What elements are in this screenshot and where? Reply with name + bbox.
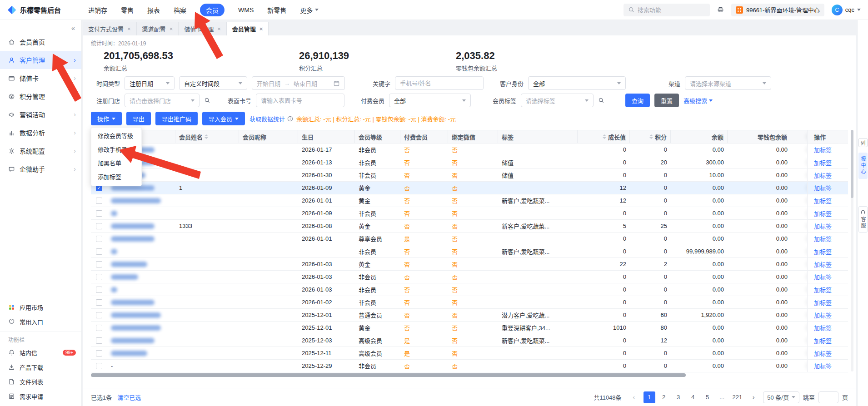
add-tag-link[interactable]: 加标签 — [814, 209, 832, 218]
brand[interactable]: 乐檬零售后台 — [7, 5, 88, 15]
table-row[interactable]: 13332026-01-08黄金否否新客户,爱吃蔬菜...5250.000.00… — [91, 220, 848, 233]
pagination-page-4[interactable]: 4 — [687, 391, 699, 403]
add-tag-link[interactable]: 加标签 — [814, 298, 832, 307]
row-checkbox[interactable] — [96, 299, 102, 306]
row-checkbox[interactable] — [96, 210, 102, 217]
pagination-page-221[interactable]: 221 — [731, 391, 744, 403]
add-tag-link[interactable]: 加标签 — [814, 247, 832, 256]
table-row[interactable]: 2026-01-03非会员否否000.000.00加标签 — [91, 271, 848, 283]
sort-icon[interactable] — [205, 134, 208, 139]
nav-item-wms[interactable]: WMS — [238, 6, 254, 14]
table-row[interactable]: 2026-01-09非会员否否000.000.00加标签 — [91, 207, 848, 220]
tab-close-icon[interactable]: × — [127, 25, 131, 32]
row-checkbox[interactable] — [96, 236, 102, 242]
pagination-page-2[interactable]: 2 — [658, 391, 670, 403]
tab-close-icon[interactable]: × — [259, 25, 263, 32]
identity-select[interactable]: 全部 — [528, 76, 626, 90]
nav-item-member[interactable]: 会员 — [200, 4, 224, 16]
row-checkbox[interactable] — [96, 198, 102, 204]
sidebar-item-app-market[interactable]: 应用市场 — [0, 300, 81, 314]
sidebar-item-points-management[interactable]: 积分管理› — [0, 87, 81, 105]
table-row[interactable]: 2026-01-01黄金否否新客户,爱吃蔬菜...1200.000.00加标签 — [91, 194, 848, 207]
dropdown-item-add-tag[interactable]: 添加标签 — [91, 170, 141, 184]
operate-button[interactable]: 操作 — [91, 112, 122, 125]
sidebar-item-file-list[interactable]: 文件列表 — [0, 374, 81, 389]
pagination-next[interactable]: › — [748, 391, 759, 403]
nav-item-invoicing[interactable]: 进销存 — [88, 5, 107, 15]
sort-icon[interactable] — [649, 134, 653, 139]
table-row[interactable]: 2026-01-03黄金否否2220.000.00加标签 — [91, 258, 848, 271]
row-checkbox[interactable] — [96, 337, 102, 344]
sidebar-item-member-home[interactable]: 会员首页 — [0, 33, 81, 51]
table-row[interactable]: 2026-01-01尊享会员是否000.000.00加标签 — [91, 233, 848, 245]
add-tag-link[interactable]: 加标签 — [814, 183, 832, 192]
row-checkbox[interactable] — [96, 248, 102, 255]
printer-icon[interactable] — [717, 6, 724, 13]
report-center-tab[interactable]: 报中心 — [858, 153, 868, 179]
sidebar-collapse-icon[interactable]: « — [71, 24, 75, 32]
table-row[interactable]: 2025-12-11高级会员是否000.000.00加标签 — [91, 347, 848, 360]
table-row[interactable]: 非会员否否新客户,爱吃蔬菜...0099,999,989.000.00加标签 — [91, 245, 848, 258]
store-select[interactable]: 请点击选择门店 — [125, 94, 200, 107]
jump-page-input[interactable] — [818, 391, 838, 403]
add-tag-link[interactable]: 加标签 — [814, 260, 832, 268]
pagination-page-3[interactable]: 3 — [673, 391, 684, 403]
add-tag-link[interactable]: 加标签 — [814, 171, 832, 179]
reset-button[interactable]: 重置 — [654, 94, 679, 107]
sidebar-item-data-analysis[interactable]: 数据分析› — [0, 124, 81, 142]
customer-service-tab[interactable]: 客服 — [858, 206, 868, 233]
paid-member-select[interactable]: 全部 — [389, 94, 471, 107]
row-checkbox[interactable] — [96, 274, 102, 280]
tab-payment-settings[interactable]: 支付方式设置× — [83, 22, 137, 35]
nav-item-new-retail[interactable]: 新零售 — [267, 5, 286, 15]
sidebar-item-system-config[interactable]: 系统配置› — [0, 142, 81, 160]
org-selector[interactable]: 99661-新界面环境-管理中心 — [731, 4, 824, 16]
member-tag-select[interactable]: 请选择标签 — [521, 94, 594, 107]
add-tag-link[interactable]: 加标签 — [814, 336, 832, 345]
dropdown-item-modify-member-level[interactable]: 修改会员等级 — [91, 129, 141, 143]
query-button[interactable]: 查询 — [625, 94, 650, 107]
row-checkbox[interactable] — [96, 287, 102, 293]
clear-selection-link[interactable]: 清空已选 — [117, 393, 141, 401]
row-checkbox[interactable] — [96, 325, 102, 331]
table-row[interactable]: 2026-01-17非会员否否000.000.00加标签 — [91, 144, 848, 156]
card-number-input[interactable] — [256, 94, 344, 107]
global-search-input[interactable]: 搜索功能 — [624, 4, 710, 16]
table-row[interactable]: 2026-01-13非会员否否储值020300.000.00加标签 — [91, 156, 848, 169]
table-row[interactable]: 2026-01-02非会员否否000.000.00加标签 — [91, 296, 848, 309]
row-checkbox[interactable] — [96, 223, 102, 229]
pagination-page-1[interactable]: 1 — [644, 391, 655, 403]
add-tag-link[interactable]: 加标签 — [814, 323, 832, 332]
sidebar-item-marketing-activities[interactable]: 营销活动› — [0, 105, 81, 124]
add-tag-link[interactable]: 加标签 — [814, 361, 832, 370]
add-tag-link[interactable]: 加标签 — [814, 349, 832, 357]
pagination-prev[interactable]: ‹ — [628, 391, 640, 403]
sort-icon[interactable] — [603, 134, 606, 139]
horizontal-scrollbar-thumb[interactable] — [91, 373, 686, 377]
advanced-search-link[interactable]: 高级搜索 — [683, 96, 713, 105]
nav-item-retail[interactable]: 零售 — [121, 5, 134, 15]
user-menu[interactable]: C cqc — [832, 5, 861, 15]
table-row[interactable]: 2025-12-03高级会员是否新客户,爱吃蔬菜...0120.000.00加标… — [91, 334, 848, 347]
tab-close-icon[interactable]: × — [217, 25, 221, 32]
row-checkbox[interactable] — [96, 363, 102, 369]
add-tag-link[interactable]: 加标签 — [814, 158, 832, 167]
row-checkbox[interactable] — [96, 312, 102, 318]
vertical-scrollbar-thumb[interactable] — [851, 130, 853, 198]
dropdown-item-modify-phone-number[interactable]: 修改手机号 — [91, 143, 141, 157]
pagination-page-...[interactable]: ... — [716, 391, 728, 403]
add-tag-link[interactable]: 加标签 — [814, 222, 832, 230]
add-tag-link[interactable]: 加标签 — [814, 311, 832, 319]
sidebar-item-common-entry[interactable]: 常用入口 — [0, 314, 81, 329]
sidebar-item-requirement-request[interactable]: 需求申请 — [0, 389, 81, 403]
tag-search-icon[interactable] — [595, 94, 607, 106]
add-tag-link[interactable]: 加标签 — [814, 272, 832, 281]
export-button[interactable]: 导出 — [126, 112, 151, 125]
range-type-select[interactable]: 自定义时间段 — [179, 76, 247, 90]
sidebar-item-site-message[interactable]: 站内信99+ — [0, 345, 81, 360]
nav-item-more[interactable]: 更多 — [300, 5, 319, 15]
table-row[interactable]: 2025-12-01普通会员否否潜力客户,爱吃蔬...0601,920.000.… — [91, 309, 848, 322]
dropdown-item-add-to-blacklist[interactable]: 加黑名单 — [91, 157, 141, 170]
page-size-select[interactable]: 50 条/页 — [763, 391, 799, 403]
table-row[interactable]: 2026-01-30非会员否否储值0010.000.00加标签 — [91, 169, 848, 182]
